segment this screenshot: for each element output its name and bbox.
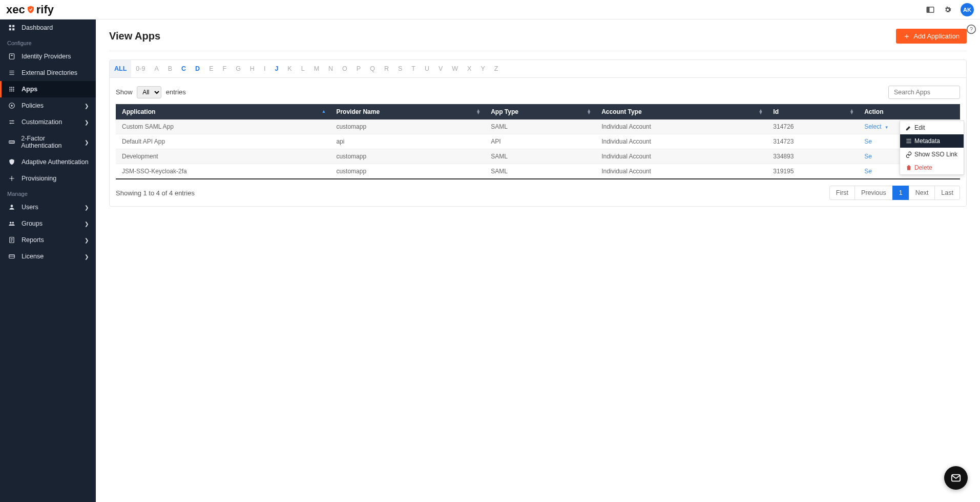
cell-apptype: SAML <box>485 149 595 164</box>
cell-application: Development <box>116 149 330 164</box>
filter-letter-m[interactable]: M <box>309 60 324 77</box>
filter-letter-u[interactable]: U <box>420 60 434 77</box>
brand-left: xec <box>6 3 25 16</box>
table-row: Custom SAML AppcustomappSAMLIndividual A… <box>116 119 960 134</box>
sidebar-item-adaptive-authentication[interactable]: Adaptive Authentication <box>0 154 96 170</box>
svg-point-11 <box>11 87 12 88</box>
chevron-right-icon: ❯ <box>85 119 89 125</box>
column-app-type[interactable]: App Type▲▼ <box>485 104 595 119</box>
filter-letter-p[interactable]: P <box>352 60 365 77</box>
filter-letter-n[interactable]: N <box>324 60 338 77</box>
filter-letter-t[interactable]: T <box>407 60 420 77</box>
edit-icon <box>905 124 911 131</box>
cell-id: 334893 <box>767 149 858 164</box>
panel-icon[interactable] <box>926 5 935 14</box>
filter-letter-d[interactable]: D <box>191 60 204 77</box>
add-button-label: Add Application <box>913 32 960 40</box>
delete-icon <box>905 164 911 171</box>
select-action[interactable]: Se <box>864 138 872 145</box>
page-next[interactable]: Next <box>909 186 935 200</box>
filter-letter-s[interactable]: S <box>393 60 407 77</box>
column-action[interactable]: Action <box>858 104 960 119</box>
pagination: FirstPrevious1NextLast <box>830 186 960 200</box>
sidebar-item-label: Provisioning <box>22 175 56 182</box>
filter-letter-k[interactable]: K <box>283 60 296 77</box>
dropdown-edit[interactable]: Edit <box>900 121 964 134</box>
column-id[interactable]: Id▲▼ <box>767 104 858 119</box>
brand-right: rify <box>36 3 54 16</box>
filter-letter-g[interactable]: G <box>231 60 245 77</box>
cell-account: Individual Account <box>595 149 767 164</box>
svg-point-10 <box>9 87 10 88</box>
filter-letter-0-9[interactable]: 0-9 <box>131 60 150 77</box>
sidebar-item-label: Identity Providers <box>22 53 71 60</box>
filter-letter-j[interactable]: J <box>270 60 283 77</box>
column-provider-name[interactable]: Provider Name▲▼ <box>330 104 485 119</box>
filter-letter-r[interactable]: R <box>380 60 393 77</box>
filter-letter-i[interactable]: I <box>259 60 270 77</box>
filter-letter-y[interactable]: Y <box>476 60 489 77</box>
filter-letter-e[interactable]: E <box>204 60 218 77</box>
cell-application: JSM-SSO-Keycloak-2fa <box>116 164 330 179</box>
sidebar-item-label: Customization <box>22 118 62 126</box>
svg-rect-8 <box>9 54 14 59</box>
table-row: JSM-SSO-Keycloak-2facustomappSAMLIndivid… <box>116 164 960 179</box>
sidebar-item-label: Users <box>22 204 38 211</box>
dropdown-show-sso-link[interactable]: Show SSO Link <box>900 148 964 161</box>
sidebar-item-provisioning[interactable]: Provisioning <box>0 170 96 187</box>
sidebar-item-2-factor-authentication[interactable]: 1232-Factor Authentication❯ <box>0 130 96 154</box>
brand-logo[interactable]: xec rify <box>6 3 54 16</box>
cell-account: Individual Account <box>595 164 767 179</box>
sidebar-item-external-directories[interactable]: External Directories <box>0 65 96 81</box>
gear-icon[interactable] <box>943 5 952 14</box>
dropdown-metadata[interactable]: Metadata <box>900 134 964 148</box>
page-prev[interactable]: Previous <box>854 186 893 200</box>
entries-select[interactable]: All <box>137 86 161 98</box>
sidebar-section-configure: Configure <box>0 36 96 48</box>
apps-table: Application▲Provider Name▲▼App Type▲▼Acc… <box>116 104 960 179</box>
filter-letter-x[interactable]: X <box>463 60 476 77</box>
filter-letter-a[interactable]: A <box>150 60 163 77</box>
filter-letter-z[interactable]: Z <box>490 60 503 77</box>
cell-id: 319195 <box>767 164 858 179</box>
cell-application: Default API App <box>116 134 330 149</box>
dropdown-delete[interactable]: Delete <box>900 161 964 174</box>
sidebar-item-policies[interactable]: Policies❯ <box>0 97 96 114</box>
page-first[interactable]: First <box>829 186 855 200</box>
page-last[interactable]: Last <box>934 186 960 200</box>
avatar[interactable]: AK <box>961 3 974 16</box>
sidebar-item-dashboard[interactable]: Dashboard <box>0 19 96 36</box>
cell-apptype: API <box>485 134 595 149</box>
page-1[interactable]: 1 <box>892 186 909 200</box>
filter-letter-b[interactable]: B <box>163 60 177 77</box>
filter-letter-v[interactable]: V <box>434 60 447 77</box>
select-action[interactable]: Se <box>864 168 872 175</box>
sidebar-item-groups[interactable]: Groups❯ <box>0 215 96 216</box>
cell-id: 314726 <box>767 119 858 134</box>
sidebar-item-identity-providers[interactable]: Identity Providers <box>0 48 96 65</box>
sidebar-item-customization[interactable]: Customization❯ <box>0 114 96 130</box>
search-input[interactable] <box>888 86 960 99</box>
chevron-right-icon: ❯ <box>85 139 89 145</box>
filter-letter-c[interactable]: C <box>177 60 191 77</box>
column-application[interactable]: Application▲ <box>116 104 330 119</box>
filter-letter-q[interactable]: Q <box>365 60 380 77</box>
select-action[interactable]: Select ▼ <box>864 123 889 130</box>
select-action[interactable]: Se <box>864 153 872 160</box>
svg-point-20 <box>11 105 13 107</box>
cell-provider: customapp <box>330 149 485 164</box>
svg-point-15 <box>13 89 14 90</box>
add-application-button[interactable]: Add Application <box>896 29 967 44</box>
filter-letter-o[interactable]: O <box>338 60 352 77</box>
metadata-icon <box>905 137 911 145</box>
sidebar-item-apps[interactable]: Apps <box>0 81 96 97</box>
dashboard-icon <box>7 24 16 31</box>
filter-letter-all[interactable]: ALL <box>110 60 131 77</box>
filter-letter-h[interactable]: H <box>245 60 259 77</box>
sidebar-item-users[interactable]: Users❯ <box>0 199 96 215</box>
cell-provider: customapp <box>330 119 485 134</box>
column-account-type[interactable]: Account Type▲▼ <box>595 104 767 119</box>
filter-letter-l[interactable]: L <box>297 60 309 77</box>
filter-letter-w[interactable]: W <box>447 60 463 77</box>
filter-letter-f[interactable]: F <box>218 60 231 77</box>
